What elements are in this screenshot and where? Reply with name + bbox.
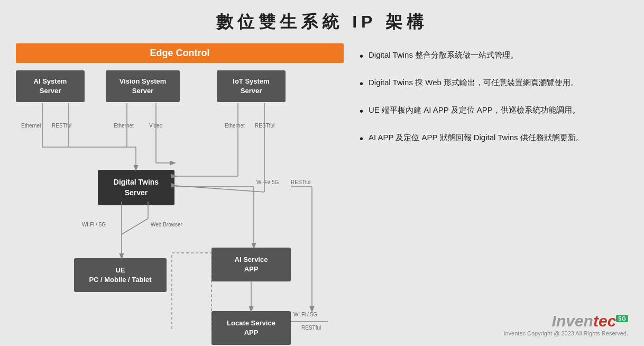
svg-text:Ethernet: Ethernet	[21, 123, 41, 129]
digital-twins-server: Digital Twins Server	[98, 170, 174, 205]
svg-text:Wi-Fi / 5G: Wi-Fi / 5G	[82, 222, 106, 227]
svg-text:Ethernet: Ethernet	[114, 123, 134, 129]
iot-system-server: IoT System Server	[217, 70, 286, 102]
diagram-container: AI System Server Vision System Server Io…	[16, 70, 344, 330]
brand-inven: Inven	[552, 312, 593, 330]
inventec-logo: Inventec5G Inventec Copyright @ 2023 All…	[503, 312, 628, 336]
svg-text:Web Browser: Web Browser	[151, 222, 183, 227]
svg-text:RESTful: RESTful	[301, 325, 321, 330]
vision-system-server: Vision System Server	[106, 70, 180, 102]
ai-service-app-box: AI Service APP	[211, 248, 291, 281]
bullet-item-2: Digital Twins 採 Web 形式輸出，可任意裝置網頁瀏覽使用。	[360, 76, 628, 92]
svg-text:Wi-Fi / 5G: Wi-Fi / 5G	[293, 312, 317, 317]
svg-line-23	[122, 218, 148, 234]
logo-5g: 5G	[616, 315, 628, 322]
bullet-list: Digital Twins 整合分散系統做一站式管理。 Digital Twin…	[360, 49, 628, 147]
svg-text:Video: Video	[149, 123, 163, 129]
inventec-brand: Inventec5G	[503, 312, 628, 330]
left-panel: Edge Control AI System Server Vision Sys…	[16, 43, 344, 330]
brand-tec: tec	[593, 312, 616, 330]
edge-control-bar: Edge Control	[16, 43, 344, 63]
copyright-text: Inventec Copyright @ 2023 All Rights Res…	[503, 330, 628, 336]
right-panel: Digital Twins 整合分散系統做一站式管理。 Digital Twin…	[360, 43, 628, 330]
page-title: 數位雙生系統 IP 架構	[16, 11, 628, 34]
bullet-item-4: AI APP 及定位 APP 狀態回報 Digital Twins 供任務狀態更…	[360, 131, 628, 147]
ai-system-server: AI System Server	[16, 70, 85, 102]
svg-text:RESTful: RESTful	[255, 123, 274, 129]
ue-box: UE PC / Mobile / Tablet	[74, 258, 167, 292]
locate-service-app-box: Locate Service APP	[211, 311, 291, 345]
svg-text:RESTful: RESTful	[52, 123, 71, 129]
svg-text:Wi-Fi/ 5G: Wi-Fi/ 5G	[256, 179, 279, 185]
page: 數位雙生系統 IP 架構 Edge Control AI System Serv…	[0, 0, 644, 346]
bullet-item-1: Digital Twins 整合分散系統做一站式管理。	[360, 49, 628, 65]
svg-line-13	[176, 186, 264, 192]
svg-text:RESTful: RESTful	[291, 179, 310, 185]
diagram-svg: Ethernet RESTful Ethernet Video Ethernet…	[16, 70, 344, 330]
svg-text:Ethernet: Ethernet	[225, 123, 245, 129]
svg-rect-19	[172, 253, 211, 330]
bullet-item-3: UE 端平板內建 AI APP 及定位 APP，供巡檢系統功能調用。	[360, 104, 628, 120]
main-layout: Edge Control AI System Server Vision Sys…	[16, 43, 628, 330]
